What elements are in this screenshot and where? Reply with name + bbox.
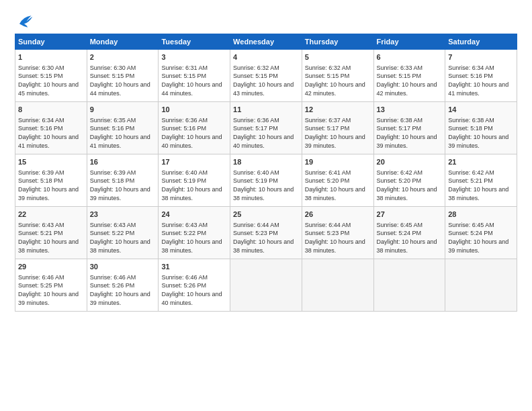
calendar-week-4: 22Sunrise: 6:43 AMSunset: 5:21 PMDayligh… [15, 207, 517, 259]
day-info: Sunrise: 6:38 AMSunset: 5:17 PMDaylight:… [377, 116, 443, 150]
day-number: 25 [233, 210, 299, 220]
calendar-cell: 8Sunrise: 6:34 AMSunset: 5:16 PMDaylight… [15, 102, 87, 154]
calendar-cell: 13Sunrise: 6:38 AMSunset: 5:17 PMDayligh… [373, 102, 445, 154]
day-number: 30 [90, 262, 156, 272]
day-info: Sunrise: 6:34 AMSunset: 5:16 PMDaylight:… [448, 64, 514, 97]
day-number: 4 [233, 52, 299, 62]
calendar-cell: 22Sunrise: 6:43 AMSunset: 5:21 PMDayligh… [15, 207, 87, 259]
day-info: Sunrise: 6:43 AMSunset: 5:22 PMDaylight:… [90, 221, 156, 255]
day-number: 19 [305, 157, 371, 167]
calendar-cell: 9Sunrise: 6:35 AMSunset: 5:16 PMDaylight… [87, 102, 159, 154]
calendar-table: SundayMondayTuesdayWednesdayThursdayFrid… [15, 34, 517, 312]
day-info: Sunrise: 6:45 AMSunset: 5:24 PMDaylight:… [377, 221, 443, 255]
calendar-cell: 18Sunrise: 6:40 AMSunset: 5:19 PMDayligh… [230, 154, 302, 207]
day-info: Sunrise: 6:46 AMSunset: 5:25 PMDaylight:… [18, 273, 84, 307]
day-info: Sunrise: 6:35 AMSunset: 5:16 PMDaylight:… [90, 116, 156, 150]
day-info: Sunrise: 6:36 AMSunset: 5:16 PMDaylight:… [161, 116, 227, 150]
day-number: 26 [305, 210, 371, 220]
calendar-week-3: 15Sunrise: 6:39 AMSunset: 5:18 PMDayligh… [15, 154, 517, 207]
day-number: 27 [377, 210, 443, 220]
day-number: 10 [161, 105, 227, 115]
day-info: Sunrise: 6:30 AMSunset: 5:15 PMDaylight:… [18, 64, 84, 97]
day-number: 3 [161, 52, 227, 62]
day-number: 6 [377, 52, 443, 62]
day-number: 1 [18, 52, 84, 62]
calendar-cell: 10Sunrise: 6:36 AMSunset: 5:16 PMDayligh… [159, 102, 230, 154]
weekday-header-tuesday: Tuesday [159, 34, 230, 50]
day-number: 11 [233, 105, 299, 115]
page: SundayMondayTuesdayWednesdayThursdayFrid… [0, 0, 532, 318]
day-info: Sunrise: 6:42 AMSunset: 5:21 PMDaylight:… [448, 169, 514, 202]
day-info: Sunrise: 6:43 AMSunset: 5:22 PMDaylight:… [161, 221, 227, 255]
day-info: Sunrise: 6:42 AMSunset: 5:20 PMDaylight:… [377, 169, 443, 202]
day-info: Sunrise: 6:44 AMSunset: 5:23 PMDaylight:… [305, 221, 371, 255]
day-info: Sunrise: 6:46 AMSunset: 5:26 PMDaylight:… [90, 273, 156, 307]
day-info: Sunrise: 6:32 AMSunset: 5:15 PMDaylight:… [305, 64, 371, 97]
day-number: 13 [377, 105, 443, 115]
calendar-cell: 31Sunrise: 6:46 AMSunset: 5:26 PMDayligh… [159, 259, 230, 312]
calendar-cell [302, 259, 373, 312]
weekday-header-saturday: Saturday [445, 34, 517, 50]
calendar-cell: 16Sunrise: 6:39 AMSunset: 5:18 PMDayligh… [87, 154, 159, 207]
calendar-cell: 28Sunrise: 6:45 AMSunset: 5:24 PMDayligh… [445, 207, 517, 259]
calendar-cell: 5Sunrise: 6:32 AMSunset: 5:15 PMDaylight… [302, 50, 373, 102]
calendar-cell: 15Sunrise: 6:39 AMSunset: 5:18 PMDayligh… [15, 154, 87, 207]
calendar-week-1: 1Sunrise: 6:30 AMSunset: 5:15 PMDaylight… [15, 50, 517, 102]
calendar-cell: 4Sunrise: 6:32 AMSunset: 5:15 PMDaylight… [230, 50, 302, 102]
day-number: 2 [90, 52, 156, 62]
calendar-cell: 14Sunrise: 6:38 AMSunset: 5:18 PMDayligh… [445, 102, 517, 154]
calendar-cell [373, 259, 445, 312]
day-number: 23 [90, 210, 156, 220]
day-number: 18 [233, 157, 299, 167]
day-info: Sunrise: 6:37 AMSunset: 5:17 PMDaylight:… [305, 116, 371, 150]
day-info: Sunrise: 6:39 AMSunset: 5:18 PMDaylight:… [18, 169, 84, 202]
calendar-cell [230, 259, 302, 312]
header [15, 12, 517, 31]
day-number: 14 [448, 105, 514, 115]
calendar-cell: 2Sunrise: 6:30 AMSunset: 5:15 PMDaylight… [87, 50, 159, 102]
day-number: 16 [90, 157, 156, 167]
calendar-cell: 25Sunrise: 6:44 AMSunset: 5:23 PMDayligh… [230, 207, 302, 259]
logo [15, 12, 36, 31]
day-info: Sunrise: 6:40 AMSunset: 5:19 PMDaylight:… [233, 169, 299, 202]
calendar-cell: 20Sunrise: 6:42 AMSunset: 5:20 PMDayligh… [373, 154, 445, 207]
calendar-cell: 19Sunrise: 6:41 AMSunset: 5:20 PMDayligh… [302, 154, 373, 207]
day-info: Sunrise: 6:31 AMSunset: 5:15 PMDaylight:… [161, 64, 227, 97]
day-number: 17 [161, 157, 227, 167]
day-number: 9 [90, 105, 156, 115]
calendar-cell: 27Sunrise: 6:45 AMSunset: 5:24 PMDayligh… [373, 207, 445, 259]
calendar-cell: 21Sunrise: 6:42 AMSunset: 5:21 PMDayligh… [445, 154, 517, 207]
day-number: 5 [305, 52, 371, 62]
day-number: 29 [18, 262, 84, 272]
calendar-cell: 24Sunrise: 6:43 AMSunset: 5:22 PMDayligh… [159, 207, 230, 259]
day-info: Sunrise: 6:34 AMSunset: 5:16 PMDaylight:… [18, 116, 84, 150]
day-number: 22 [18, 210, 84, 220]
calendar-cell: 12Sunrise: 6:37 AMSunset: 5:17 PMDayligh… [302, 102, 373, 154]
day-info: Sunrise: 6:41 AMSunset: 5:20 PMDaylight:… [305, 169, 371, 202]
calendar-cell: 11Sunrise: 6:36 AMSunset: 5:17 PMDayligh… [230, 102, 302, 154]
day-number: 21 [448, 157, 514, 167]
calendar-cell: 30Sunrise: 6:46 AMSunset: 5:26 PMDayligh… [87, 259, 159, 312]
calendar-cell: 23Sunrise: 6:43 AMSunset: 5:22 PMDayligh… [87, 207, 159, 259]
day-number: 8 [18, 105, 84, 115]
weekday-header-sunday: Sunday [15, 34, 87, 50]
day-info: Sunrise: 6:46 AMSunset: 5:26 PMDaylight:… [161, 273, 227, 307]
day-number: 24 [161, 210, 227, 220]
logo-bird-icon [15, 12, 34, 31]
weekday-header-thursday: Thursday [302, 34, 373, 50]
calendar-cell: 7Sunrise: 6:34 AMSunset: 5:16 PMDaylight… [445, 50, 517, 102]
weekday-header-friday: Friday [373, 34, 445, 50]
calendar-cell: 29Sunrise: 6:46 AMSunset: 5:25 PMDayligh… [15, 259, 87, 312]
day-info: Sunrise: 6:44 AMSunset: 5:23 PMDaylight:… [233, 221, 299, 255]
calendar-week-2: 8Sunrise: 6:34 AMSunset: 5:16 PMDaylight… [15, 102, 517, 154]
calendar-cell [445, 259, 517, 312]
calendar-week-5: 29Sunrise: 6:46 AMSunset: 5:25 PMDayligh… [15, 259, 517, 312]
day-number: 20 [377, 157, 443, 167]
calendar-cell: 3Sunrise: 6:31 AMSunset: 5:15 PMDaylight… [159, 50, 230, 102]
day-info: Sunrise: 6:38 AMSunset: 5:18 PMDaylight:… [448, 116, 514, 150]
day-number: 28 [448, 210, 514, 220]
weekday-header-monday: Monday [87, 34, 159, 50]
day-number: 12 [305, 105, 371, 115]
day-info: Sunrise: 6:43 AMSunset: 5:21 PMDaylight:… [18, 221, 84, 255]
weekday-header-wednesday: Wednesday [230, 34, 302, 50]
